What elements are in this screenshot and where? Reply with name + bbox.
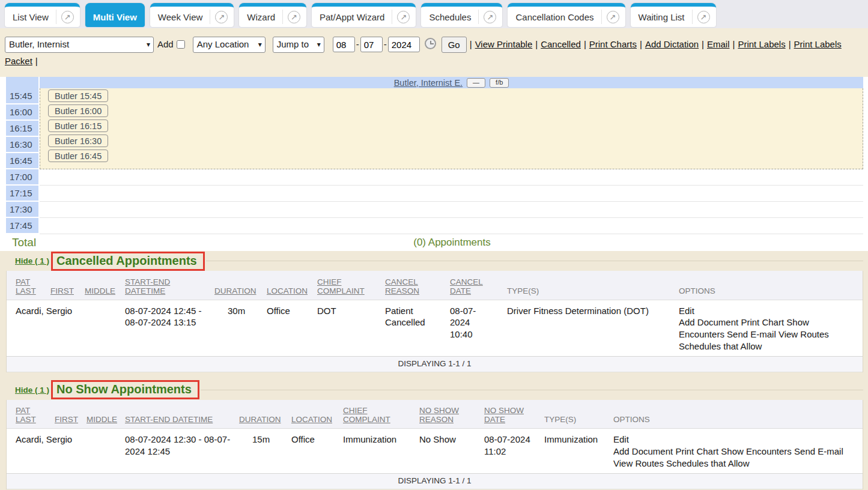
col-header-type-s: TYPE(S) <box>507 271 679 300</box>
jump-to-select-value: Jump to <box>277 37 309 52</box>
col-header-first[interactable]: FIRST <box>50 271 85 300</box>
open-new-window-icon[interactable]: ↗ <box>288 11 300 23</box>
tab-divider <box>392 10 392 24</box>
total-row: Total (0) Appointments <box>6 234 863 251</box>
tab-wizard[interactable]: Wizard↗ <box>239 3 306 27</box>
open-new-window-icon[interactable]: ↗ <box>484 11 496 23</box>
col-header-start-end-datetime[interactable]: START-END DATETIME <box>125 400 239 429</box>
toolbar-link-print-labels[interactable]: Print Labels <box>738 39 785 49</box>
schedule-empty-row[interactable] <box>40 202 863 218</box>
col-header-first[interactable]: FIRST <box>55 400 86 429</box>
toolbar-link-cancelled[interactable]: Cancelled <box>541 39 581 49</box>
col-header-no-show-reason[interactable]: NO SHOW REASON <box>419 400 484 429</box>
add-control: Add <box>157 37 187 52</box>
add-label: Add <box>157 39 174 49</box>
time-label-16-15: 16:15 <box>6 121 38 137</box>
collapse-column-button[interactable]: — <box>467 78 485 88</box>
col-header-start-end-datetime[interactable]: START-END DATETIME <box>125 271 214 300</box>
col-header-cancel-reason[interactable]: CANCEL REASON <box>385 271 450 300</box>
toolbar-link-view-printable[interactable]: View Printable <box>475 39 533 49</box>
open-new-window-icon[interactable]: ↗ <box>215 11 228 23</box>
add-checkbox[interactable] <box>177 40 185 49</box>
toolbar-link-email[interactable]: Email <box>707 39 730 49</box>
option-link-view-routes[interactable]: View Routes <box>613 458 664 468</box>
col-header-middle[interactable]: MIDDLE <box>85 271 125 300</box>
location-select[interactable]: Any Location▾ <box>193 37 266 53</box>
time-label-17-30: 17:30 <box>6 202 38 218</box>
cell-chief-complaint: Immunization <box>343 429 419 473</box>
time-label-17-15: 17:15 <box>6 186 38 202</box>
toolbar-link-add-dictation[interactable]: Add Dictation <box>645 39 699 49</box>
slot-button-butler-16-15[interactable]: Butler 16:15 <box>48 119 108 132</box>
go-button[interactable]: Go <box>442 37 467 53</box>
provider-link[interactable]: Butler, Internist E. <box>394 78 463 88</box>
col-header-location[interactable]: LOCATION <box>291 400 343 429</box>
cell-options: EditAdd Document Print Chart Show Encoun… <box>679 300 863 356</box>
col-header-pat-last[interactable]: PAT LAST <box>7 271 50 300</box>
col-header-chief-complaint[interactable]: CHIEF COMPLAINT <box>317 271 385 300</box>
option-link-send-e-mail[interactable]: Send E-mail <box>794 446 843 456</box>
tab-label: Week View <box>156 12 204 22</box>
option-link-edit[interactable]: Edit <box>613 434 858 446</box>
schedule-column: Butler 15:45Butler 16:00Butler 16:15Butl… <box>40 88 863 234</box>
col-header-chief-complaint[interactable]: CHIEF COMPLAINT <box>343 400 419 429</box>
col-header-duration[interactable]: DURATION <box>239 400 291 429</box>
tab-cancellation-codes[interactable]: Cancellation Codes↗ <box>508 3 625 27</box>
cell-middle <box>85 300 125 356</box>
schedule-body: 15:4516:0016:1516:3016:4517:0017:1517:30… <box>6 88 863 234</box>
separator: | <box>640 39 642 49</box>
schedule-empty-row[interactable] <box>40 186 863 202</box>
tab-divider <box>282 10 283 24</box>
tab-week-view[interactable]: Week View↗ <box>150 3 234 27</box>
date-day-input[interactable] <box>360 37 383 52</box>
open-new-window-icon[interactable]: ↗ <box>61 11 74 23</box>
option-link-schedules-that-allow[interactable]: Schedules that Allow <box>679 341 762 351</box>
hide-link-noshow[interactable]: Hide ( 1 ) <box>15 386 49 395</box>
chevron-down-icon: ▾ <box>147 37 150 52</box>
col-header-type-s: TYPE(S) <box>544 400 613 429</box>
date-year-input[interactable] <box>388 37 420 52</box>
clock-icon[interactable] <box>425 38 436 49</box>
cell-location: Office <box>267 300 317 356</box>
col-header-middle[interactable]: MIDDLE <box>86 400 125 429</box>
open-new-window-icon[interactable]: ↗ <box>397 11 410 23</box>
schedule-empty-row[interactable] <box>40 169 863 186</box>
tab-divider <box>478 10 479 24</box>
tab-pat-appt-wizard[interactable]: Pat/Appt Wizard↗ <box>312 3 416 27</box>
open-new-window-icon[interactable]: ↗ <box>697 11 710 23</box>
fb-button[interactable]: f/b <box>490 78 509 88</box>
jump-to-select[interactable]: Jump to▾ <box>273 37 324 53</box>
open-new-window-icon[interactable]: ↗ <box>607 11 619 23</box>
toolbar-link-print-charts[interactable]: Print Charts <box>589 39 637 49</box>
option-link-edit[interactable]: Edit <box>679 305 851 317</box>
provider-select[interactable]: Butler, Internist▾ <box>5 37 154 53</box>
slot-button-butler-16-30[interactable]: Butler 16:30 <box>48 135 108 147</box>
tab-label: Multi View <box>91 12 139 22</box>
tab-waiting-list[interactable]: Waiting List↗ <box>631 3 716 27</box>
empty-rows <box>40 169 863 234</box>
col-header-duration[interactable]: DURATION <box>214 271 267 300</box>
slot-button-butler-16-00[interactable]: Butler 16:00 <box>48 104 108 117</box>
col-header-location[interactable]: LOCATION <box>267 271 317 300</box>
tab-multi-view[interactable]: Multi View <box>85 3 145 27</box>
option-link-print-chart[interactable]: Print Chart <box>675 446 718 456</box>
schedule-empty-row[interactable] <box>40 218 863 234</box>
option-link-add-document[interactable]: Add Document <box>679 317 738 327</box>
option-link-show-encounters[interactable]: Show Encounters <box>721 446 792 456</box>
col-header-pat-last[interactable]: PAT LAST <box>7 400 55 429</box>
option-link-add-document[interactable]: Add Document <box>613 446 673 456</box>
hide-link-cancelled[interactable]: Hide ( 1 ) <box>15 256 49 265</box>
option-link-schedules-that-allow[interactable]: Schedules that Allow <box>666 458 749 468</box>
slot-button-butler-16-45[interactable]: Butler 16:45 <box>48 150 108 162</box>
tab-schedules[interactable]: Schedules↗ <box>421 3 502 27</box>
tab-list-view[interactable]: List View↗ <box>5 3 80 27</box>
col-header-cancel-date[interactable]: CANCEL DATE <box>450 271 507 300</box>
option-link-send-e-mail[interactable]: Send E-mail <box>727 329 776 339</box>
slot-button-butler-15-45[interactable]: Butler 15:45 <box>48 89 108 102</box>
col-header-options: OPTIONS <box>613 400 863 429</box>
date-month-input[interactable] <box>333 37 355 52</box>
option-link-print-chart[interactable]: Print Chart <box>741 317 784 327</box>
col-header-no-show-date[interactable]: NO SHOW DATE <box>484 400 544 429</box>
option-link-view-routes[interactable]: View Routes <box>778 329 829 339</box>
cell-duration: 30m <box>214 300 267 356</box>
